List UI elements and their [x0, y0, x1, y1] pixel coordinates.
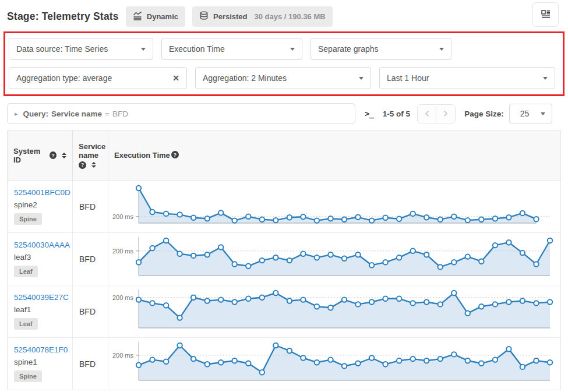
role-badge: Leaf: [14, 266, 38, 277]
aggregation-type-value: Aggregation type: average: [16, 73, 112, 83]
query-field: Service name: [51, 110, 102, 118]
graph-mode-value: Separate graphs: [318, 44, 379, 54]
hostname-label: spine2: [14, 200, 66, 209]
dynamic-button[interactable]: Dynamic: [126, 6, 185, 27]
chevron-down-icon: [141, 48, 146, 51]
system-id-cell: 52540039E27C leaf1 Leaf: [8, 285, 73, 338]
service-name-cell: BFD: [73, 233, 108, 285]
persisted-button-label: Persisted: [213, 12, 248, 21]
help-icon[interactable]: ?: [171, 151, 179, 158]
execution-time-chart[interactable]: 200 ms: [108, 234, 558, 285]
column-label: Execution Time: [114, 151, 170, 160]
next-page-button[interactable]: [436, 105, 455, 123]
service-name-label: BFD: [79, 202, 96, 211]
chevron-down-icon: [290, 48, 295, 51]
table-row: 52540039E27C leaf1 Leaf BFD 200 ms: [8, 285, 560, 338]
service-name-cell: BFD: [73, 285, 108, 338]
metric-dropdown[interactable]: Execution Time: [161, 38, 302, 60]
chart-cell: 200 ms: [108, 285, 560, 338]
page-size-value: 25: [520, 109, 530, 118]
chart-cell: 200 ms: [108, 338, 560, 390]
aggregation-type-dropdown[interactable]: Aggregation type: average ✕: [9, 67, 187, 89]
column-header-system-id[interactable]: System ID ?: [8, 130, 73, 181]
table-row: 52540078E1F0 spine1 Spine BFD 200 ms: [8, 338, 560, 390]
system-id-cell: 52540078E1F0 spine1 Spine: [8, 338, 73, 390]
table-header: System ID ? Service name ? Execution Tim…: [8, 130, 560, 181]
time-range-dropdown[interactable]: Last 1 Hour: [379, 67, 555, 89]
query-value: BFD: [112, 110, 128, 118]
system-id-cell: 52540030AAAA leaf3 Leaf: [8, 233, 73, 285]
sort-icon[interactable]: [62, 153, 66, 158]
chevron-down-icon: [439, 48, 444, 51]
system-id-link[interactable]: 52540030AAAA: [14, 241, 66, 249]
service-name-label: BFD: [79, 359, 96, 369]
telemetry-table: System ID ? Service name ? Execution Tim…: [7, 130, 561, 390]
chart-cell: 200 ms: [108, 181, 560, 233]
hostname-label: spine1: [14, 358, 66, 366]
data-source-dropdown[interactable]: Data source: Time Series: [9, 38, 153, 60]
results-range: 1-5 of 5: [383, 110, 410, 118]
pagination-controls: [417, 104, 456, 123]
database-icon: [199, 11, 209, 22]
dynamic-chart-icon: [133, 11, 142, 22]
persisted-detail: 30 days / 190.36 MB: [255, 12, 326, 21]
system-id-link[interactable]: 52540039E27C: [14, 293, 66, 302]
hostname-label: leaf3: [14, 253, 66, 262]
highlighted-filter-box: Data source: Time Series Execution Time …: [3, 31, 565, 96]
graph-mode-dropdown[interactable]: Separate graphs: [311, 38, 451, 60]
table-body: 5254001BFC0D spine2 Spine BFD 200 ms 525…: [8, 181, 560, 390]
dynamic-button-label: Dynamic: [147, 12, 178, 21]
role-badge: Spine: [14, 370, 42, 382]
chevron-down-icon: [541, 112, 545, 115]
close-icon[interactable]: ✕: [172, 73, 179, 83]
aggregation-dropdown[interactable]: Aggregation: 2 Minutes: [195, 67, 371, 89]
data-source-value: Data source: Time Series: [16, 44, 108, 54]
aggregation-value: Aggregation: 2 Minutes: [203, 73, 287, 83]
query-prefix: Query:: [23, 110, 49, 118]
persisted-button[interactable]: Persisted 30 days / 190.36 MB: [192, 6, 333, 27]
execution-time-chart[interactable]: 200 ms: [108, 338, 558, 390]
layout-icon: [541, 9, 551, 20]
column-header-service-name[interactable]: Service name ?: [73, 130, 108, 181]
query-toolbar: ▸ Query: Service name = BFD >_ 1-5 of 5 …: [7, 103, 561, 124]
help-icon[interactable]: ?: [79, 161, 86, 169]
execution-time-chart[interactable]: 200 ms: [108, 286, 558, 337]
page-title: Stage: Telemetry Stats: [7, 10, 119, 23]
svg-text:200 ms: 200 ms: [112, 351, 134, 358]
service-name-label: BFD: [79, 307, 96, 316]
service-name-label: BFD: [79, 255, 96, 264]
terminal-query-icon[interactable]: >_: [365, 109, 373, 118]
service-name-cell: BFD: [73, 181, 108, 233]
sort-icon[interactable]: [91, 162, 96, 168]
page-size-dropdown[interactable]: 25: [509, 104, 552, 123]
chevron-down-icon: [359, 77, 364, 80]
prev-page-button[interactable]: [418, 105, 436, 123]
page-size-label: Page Size:: [464, 110, 504, 118]
svg-text:200 ms: 200 ms: [112, 294, 134, 301]
caret-right-icon: ▸: [15, 110, 18, 118]
execution-time-chart[interactable]: 200 ms: [108, 181, 558, 232]
role-badge: Leaf: [14, 318, 38, 330]
svg-text:200 ms: 200 ms: [112, 213, 134, 220]
system-id-cell: 5254001BFC0D spine2 Spine: [8, 181, 73, 233]
table-row: 5254001BFC0D spine2 Spine BFD 200 ms: [8, 181, 560, 233]
layout-toggle-button[interactable]: [532, 2, 559, 27]
role-badge: Spine: [14, 213, 42, 225]
page-header: Stage: Telemetry Stats Dynamic Persisted…: [0, 0, 568, 27]
time-range-value: Last 1 Hour: [387, 73, 429, 83]
service-name-cell: BFD: [73, 338, 108, 390]
column-label: System ID: [13, 147, 47, 164]
chart-cell: 200 ms: [108, 233, 560, 285]
svg-text:200 ms: 200 ms: [112, 247, 134, 254]
hostname-label: leaf1: [14, 305, 66, 314]
chevron-down-icon: [543, 77, 548, 80]
metric-value: Execution Time: [169, 44, 225, 54]
query-operator: =: [105, 110, 110, 118]
column-header-execution-time: Execution Time ?: [108, 130, 560, 181]
system-id-link[interactable]: 52540078E1F0: [14, 345, 66, 354]
system-id-link[interactable]: 5254001BFC0D: [14, 188, 66, 197]
column-label: Service name: [79, 142, 105, 160]
help-icon[interactable]: ?: [50, 151, 57, 159]
query-expander[interactable]: ▸ Query: Service name = BFD: [7, 103, 355, 124]
table-row: 52540030AAAA leaf3 Leaf BFD 200 ms: [8, 233, 560, 285]
